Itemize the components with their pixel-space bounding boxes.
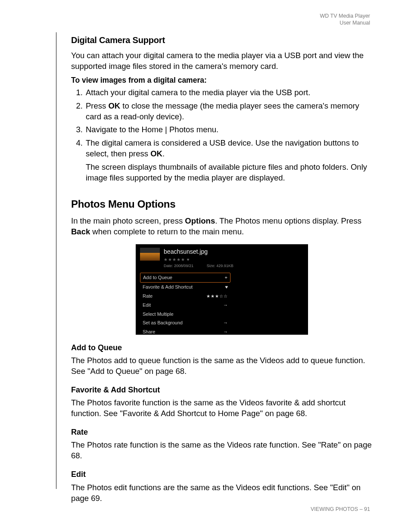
sub-text: The Photos add to queue function is the …	[71, 355, 373, 377]
section-intro: You can attach your digital camera to th…	[71, 50, 373, 72]
sub-heading-rate: Rate	[71, 427, 373, 437]
photo-info: beachsunset.jpg ★★★★★ ♥ Date: 2008/09/21…	[164, 248, 234, 269]
section-heading-digital-camera: Digital Camera Support	[71, 34, 373, 46]
step-3: Navigate to the Home | Photos menu.	[85, 124, 373, 135]
t: when complete to return to the main menu…	[90, 227, 244, 236]
steps-list: Attach your digital camera to the media …	[71, 87, 373, 184]
label: Add to Queue	[143, 274, 172, 281]
steps-label: To view images from a digital camera:	[71, 75, 373, 86]
photo-size: Size: 429.91KB	[207, 263, 234, 268]
menu-item-favorite[interactable]: Favorite & Add Shortcut♥	[140, 283, 230, 292]
label: Set as Background	[143, 320, 183, 326]
photo-meta: Date: 2008/09/21 Size: 429.91KB	[164, 263, 234, 268]
menu-item-share[interactable]: Share→	[140, 327, 230, 336]
page-header: WD TV Media Player User Manual	[320, 13, 370, 26]
label: Rate	[143, 293, 153, 299]
footer-section: VIEWING PHOTOS	[311, 506, 358, 512]
page-footer: VIEWING PHOTOS – 91	[311, 506, 370, 513]
arrow-right-icon: →	[223, 329, 228, 335]
ok-label: OK	[108, 101, 120, 110]
plus-icon: +	[225, 274, 227, 281]
doc-title: WD TV Media Player	[320, 13, 370, 20]
step-text: The digital camera is considered a USB d…	[86, 138, 358, 158]
step-text: Navigate to the Home | Photos menu.	[86, 125, 218, 134]
label: Select Multiple	[143, 311, 174, 317]
step-follow: The screen displays thumbnails of availa…	[86, 162, 373, 184]
label: Share	[143, 329, 155, 335]
vertical-rule	[56, 32, 56, 489]
step-text: Attach your digital camera to the media …	[86, 88, 310, 97]
arrow-right-icon: →	[223, 320, 228, 326]
step-1: Attach your digital camera to the media …	[85, 87, 373, 98]
step-text: .	[162, 149, 165, 158]
step-text: Press	[86, 101, 108, 110]
t: . The Photos menu options display. Press	[215, 216, 361, 225]
sub-heading-add-queue: Add to Queue	[71, 342, 373, 353]
sub-heading-edit: Edit	[71, 469, 373, 479]
ok-label: OK	[150, 149, 162, 158]
sub-heading-favorite: Favorite & Add Shortcut	[71, 385, 373, 395]
doc-subtitle: User Manual	[320, 20, 370, 27]
arrow-right-icon: →	[223, 302, 228, 308]
heart-icon: ♥	[225, 284, 228, 290]
sub-text: The Photos favorite function is the same…	[71, 398, 373, 419]
options-label: Options	[185, 216, 215, 225]
label: Edit	[143, 302, 151, 308]
step-4: The digital camera is considered a USB d…	[85, 138, 373, 184]
menu-item-add-queue[interactable]: Add to Queue+	[140, 273, 230, 283]
embedded-screenshot: beachsunset.jpg ★★★★★ ♥ Date: 2008/09/21…	[136, 244, 308, 335]
photo-thumbnail	[140, 248, 160, 261]
step-2: Press OK to close the message (the media…	[85, 101, 373, 122]
photo-filename: beachsunset.jpg	[164, 248, 234, 256]
footer-page: 91	[364, 506, 370, 512]
back-label: Back	[71, 227, 90, 236]
t: In the main photo screen, press	[71, 216, 185, 225]
rating-stars: ★★★★★ ♥	[164, 257, 234, 263]
label: Favorite & Add Shortcut	[143, 284, 193, 290]
menu-item-rate[interactable]: Rate★★★☆☆	[140, 292, 230, 301]
menu-item-set-background[interactable]: Set as Background→	[140, 318, 230, 327]
star-icon: ★★★☆☆	[206, 293, 228, 299]
sub-text: The Photos rate function is the same as …	[71, 440, 373, 461]
sub-text: The Photos edit functions are the same a…	[71, 482, 373, 504]
section-heading-photos-menu: Photos Menu Options	[71, 197, 373, 211]
footer-dash: –	[358, 506, 364, 512]
menu-item-select-multiple[interactable]: Select Multiple	[140, 310, 230, 319]
menu-item-edit[interactable]: Edit→	[140, 301, 230, 310]
photo-date: Date: 2008/09/21	[164, 264, 193, 268]
section-intro: In the main photo screen, press Options.…	[71, 216, 373, 237]
options-menu: Add to Queue+ Favorite & Add Shortcut♥ R…	[140, 273, 230, 336]
page-content: Digital Camera Support You can attach yo…	[71, 34, 373, 504]
step-text: to close the message (the media player s…	[86, 101, 359, 121]
